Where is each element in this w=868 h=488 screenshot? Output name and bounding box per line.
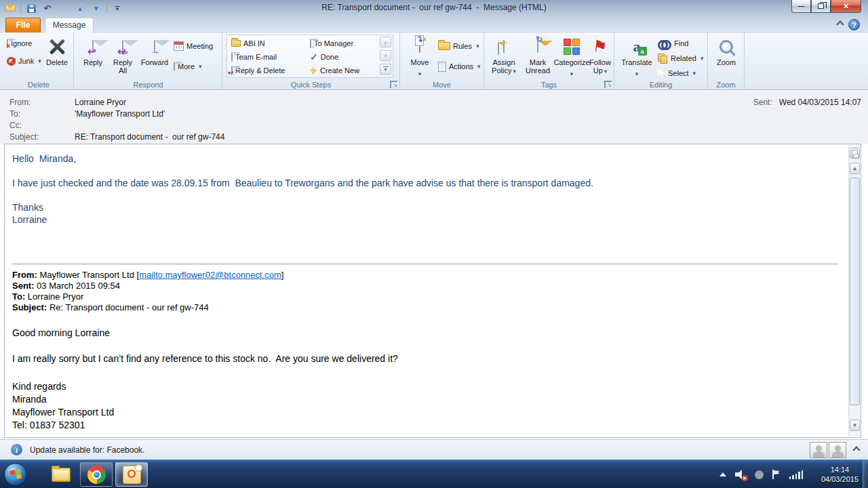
select-button[interactable]: Select (658, 66, 696, 80)
quoted-message-divider (12, 264, 837, 264)
quick-steps-dialog-launcher[interactable] (390, 81, 397, 88)
network-signal-icon[interactable] (789, 470, 804, 479)
message-body[interactable]: Hello Miranda, I have just checked and t… (4, 144, 861, 438)
vertical-scrollbar[interactable] (848, 145, 860, 436)
tray-app-icon[interactable] (755, 470, 764, 479)
mark-unread-icon: ↻ (537, 41, 538, 53)
zoom-button[interactable]: Zoom (711, 35, 741, 66)
rules-folder-icon (438, 42, 450, 50)
group-label-zoom: Zoom (708, 81, 744, 89)
quote-name: Miranda (12, 393, 840, 406)
related-pages-icon (658, 54, 668, 64)
windows-logo-icon (9, 468, 22, 480)
junk-icon (7, 57, 16, 66)
scroll-up-button[interactable] (850, 163, 860, 174)
from-value: Lorraine Pryor (75, 98, 126, 107)
taskbar: 14:14 04/03/2015 (0, 460, 868, 488)
quick-step-done[interactable]: ✓ Done (310, 50, 338, 64)
action-center-flag-icon[interactable] (772, 470, 781, 479)
translate-icon: aa (633, 39, 641, 54)
mark-unread-button[interactable]: ↻ Mark Unread (522, 35, 553, 75)
minimize-button[interactable] (791, 0, 811, 13)
quick-step-to-manager[interactable]: → To Manager (310, 37, 353, 50)
follow-up-button[interactable]: ⚑ Follow Up (587, 35, 613, 75)
minimize-ribbon-button[interactable] (836, 21, 844, 26)
group-zoom: Zoom Zoom (708, 33, 745, 90)
system-tray (719, 460, 804, 488)
move-button[interactable]: ↴ Move (406, 35, 434, 79)
folder-icon (231, 40, 241, 47)
select-cursor-icon (658, 68, 665, 78)
ruler-icon (852, 150, 858, 157)
people-pane-avatar[interactable] (810, 442, 827, 458)
close-button[interactable] (831, 0, 861, 13)
restore-button[interactable] (811, 0, 831, 13)
tab-file[interactable]: File (5, 18, 41, 33)
quick-steps-scroll-up[interactable]: ▲ (380, 37, 391, 47)
find-button[interactable]: Find (658, 37, 688, 50)
explorer-folder-icon (52, 468, 71, 482)
quote-paragraph: Good morning Lorraine (12, 327, 840, 340)
show-desktop-button[interactable] (863, 460, 868, 488)
group-label-editing: Editing (614, 81, 707, 89)
quick-step-reply-delete[interactable]: ↩ Reply & Delete (231, 64, 285, 77)
categorize-icon (564, 39, 580, 55)
cc-label: Cc: (9, 121, 75, 130)
assign-policy-button[interactable]: Assign Policy (487, 35, 521, 75)
titlebar: RE: Transport document - our ref gw-744 … (0, 0, 868, 16)
rules-button[interactable]: Rules (438, 39, 479, 53)
forward-button[interactable]: → Forward (138, 35, 171, 66)
quick-step-team-email[interactable]: Team E-mail (231, 50, 277, 64)
clock-date: 04/03/2015 (821, 474, 859, 484)
reply-button[interactable]: ↩ Reply (79, 35, 107, 66)
categorize-button[interactable]: Categorize (555, 35, 589, 79)
people-pane-expand-chevron[interactable] (853, 445, 859, 451)
to-label: To: (9, 109, 75, 119)
tray-show-hidden-icons-button[interactable] (719, 472, 726, 476)
ribbon: ✕ Ignore Junk Delete Delete ↩ Reply ↩↩ R… (0, 33, 868, 90)
assign-policy-icon (503, 41, 505, 53)
translate-button[interactable]: aa Translate (620, 35, 654, 79)
to-value: 'Mayflower Transport Ltd' (75, 109, 165, 119)
quick-steps-scroll-down[interactable]: ▼ (380, 50, 391, 61)
status-update-text[interactable]: Update available for: Facebook. (30, 445, 144, 455)
quote-company: Mayflower Transport Ltd (12, 406, 840, 419)
junk-button[interactable]: Junk (7, 54, 41, 68)
taskbar-chrome-button[interactable] (80, 462, 113, 487)
reply-icon: ↩ (92, 41, 94, 53)
mailto-link[interactable]: mailto:mayflower02@btconnect.com (139, 270, 281, 280)
tab-message[interactable]: Message (45, 18, 94, 33)
scroll-down-button[interactable] (850, 420, 860, 431)
taskbar-explorer-button[interactable] (45, 462, 77, 487)
mute-badge-icon (742, 475, 748, 481)
quick-step-create-new[interactable]: Create New (310, 64, 359, 77)
quick-steps-more[interactable] (380, 64, 391, 75)
reply-all-button[interactable]: ↩↩ Reply All (108, 35, 137, 75)
body-sender: Lorraine (12, 214, 840, 226)
volume-muted-icon[interactable] (735, 470, 746, 479)
start-button[interactable] (4, 463, 27, 486)
restore-icon (818, 3, 824, 9)
zoom-magnifier-icon (719, 40, 733, 54)
delete-button[interactable]: Delete (42, 35, 72, 66)
help-button[interactable] (848, 19, 860, 30)
ignore-button[interactable]: ✕ Ignore (7, 37, 32, 50)
meeting-button[interactable]: Meeting (174, 39, 213, 53)
from-label: From: (9, 98, 75, 107)
people-pane-avatar[interactable] (829, 442, 846, 458)
to-manager-icon: → (310, 39, 311, 47)
ruler-toggle-button[interactable] (850, 148, 860, 159)
scrollbar-thumb[interactable] (850, 178, 860, 405)
dropdown-arrow-icon (418, 66, 422, 79)
related-button[interactable]: Related (658, 52, 703, 65)
group-respond: ↩ Reply ↩↩ Reply All → Forward Meeting M… (75, 33, 222, 90)
group-move: ↴ Move Rules Actions Move (400, 33, 484, 90)
group-label-respond: Respond (75, 81, 222, 89)
actions-button[interactable]: Actions (438, 60, 481, 73)
more-respond-button[interactable]: More (174, 60, 202, 73)
taskbar-outlook-button[interactable] (115, 462, 148, 487)
quick-step-abi-in[interactable]: ABI IN (231, 37, 265, 50)
tags-dialog-launcher[interactable] (604, 81, 612, 88)
window-controls (791, 0, 861, 13)
taskbar-clock[interactable]: 14:14 04/03/2015 (821, 460, 859, 488)
